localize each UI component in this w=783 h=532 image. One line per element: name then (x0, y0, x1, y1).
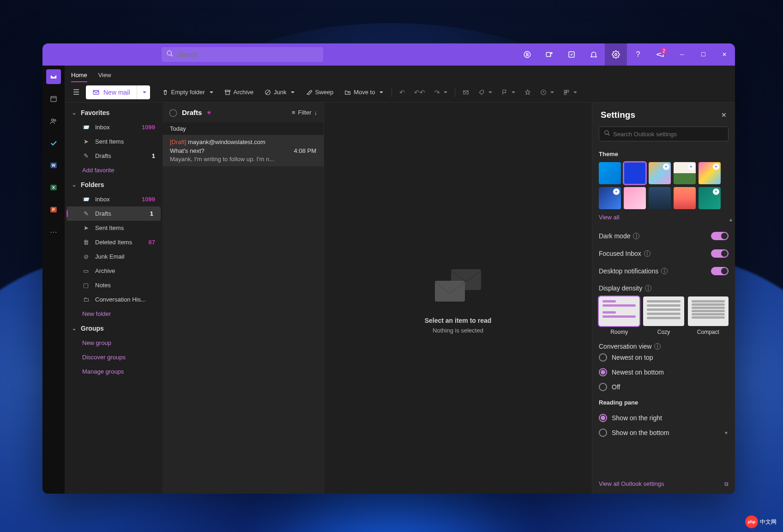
rp-bottom[interactable]: Show on the bottom▼ (599, 425, 729, 440)
skype-icon[interactable] (516, 43, 538, 66)
folder-archive[interactable]: ▭Archive (65, 264, 163, 278)
new-mail-dropdown[interactable] (137, 85, 150, 99)
folders-header[interactable]: ⌄Folders (65, 177, 163, 192)
theme-4[interactable]: ✦ (699, 162, 721, 184)
rail-powerpoint-icon[interactable]: P (46, 202, 61, 217)
open-external-icon[interactable]: ⧉ (724, 481, 729, 487)
theme-5[interactable]: ✦ (599, 187, 621, 209)
flag-icon[interactable] (498, 86, 519, 98)
theme-1[interactable] (624, 162, 646, 184)
reply-all-icon[interactable]: ↶↶ (410, 86, 429, 99)
discover-groups-link[interactable]: Discover groups (65, 350, 163, 364)
desktop-notif-toggle[interactable] (711, 267, 729, 275)
folder-drafts[interactable]: ✎Drafts1 (66, 206, 161, 221)
new-group-link[interactable]: New group (65, 336, 163, 350)
conv-newest-top[interactable]: Newest on top (599, 350, 729, 365)
minimize-button[interactable]: ─ (671, 43, 693, 66)
archive-button[interactable]: Archive (220, 86, 258, 98)
readpane-title: Select an item to read (425, 317, 492, 324)
search-input[interactable] (177, 51, 319, 58)
svg-point-6 (615, 54, 617, 56)
rail-word-icon[interactable]: W (46, 158, 61, 173)
undo-icon[interactable]: ↶ (396, 86, 409, 99)
folder-sent-fav[interactable]: ➤Sent Items (65, 134, 163, 149)
density-cozy[interactable]: Cozy (643, 296, 684, 335)
read-unread-icon[interactable] (459, 86, 473, 98)
info-icon[interactable]: i (633, 233, 639, 239)
conv-off[interactable]: Off (599, 380, 729, 394)
rail-todo-icon[interactable] (46, 136, 61, 151)
groups-header[interactable]: ⌄Groups (65, 321, 163, 336)
teams-icon[interactable] (538, 43, 560, 66)
move-to-button[interactable]: Move to (340, 86, 388, 98)
theme-2[interactable]: ✦ (649, 162, 671, 184)
favorite-star-icon[interactable]: ★ (206, 109, 212, 116)
new-mail-button[interactable]: New mail (86, 85, 137, 99)
rail-more-icon[interactable]: ⋯ (46, 224, 61, 239)
help-icon[interactable]: ? (627, 43, 649, 66)
rail-calendar-icon[interactable] (46, 91, 61, 106)
info-icon[interactable]: i (661, 268, 668, 274)
add-favorite-link[interactable]: Add favorite (65, 163, 163, 177)
view-all-themes-link[interactable]: View all (599, 214, 620, 221)
conv-newest-bottom[interactable]: Newest on bottom (599, 365, 729, 380)
filter-button[interactable]: ≡ Filter ↓ (292, 109, 317, 116)
tab-view[interactable]: View (98, 72, 111, 82)
density-roomy[interactable]: Roomy (599, 296, 639, 335)
theme-0[interactable] (599, 162, 621, 184)
folder-notes[interactable]: ▢Notes (65, 278, 163, 292)
favorites-header[interactable]: ⌄Favorites (65, 105, 163, 120)
svg-line-1 (171, 54, 173, 56)
folder-sent[interactable]: ➤Sent Items (65, 221, 163, 235)
rp-right[interactable]: Show on the right (599, 411, 729, 425)
info-icon[interactable]: i (644, 250, 650, 257)
settings-icon[interactable] (605, 43, 627, 66)
message-item[interactable]: [Draft] mayank@windowslatest.com What's … (163, 135, 324, 166)
empty-folder-button[interactable]: Empty folder (157, 86, 218, 98)
manage-groups-link[interactable]: Manage groups (65, 364, 163, 379)
hamburger-icon[interactable]: ☰ (68, 85, 84, 99)
settings-search-box[interactable] (599, 127, 729, 141)
tab-home[interactable]: Home (71, 72, 87, 82)
search-box[interactable] (162, 47, 323, 62)
more-actions-icon[interactable] (560, 86, 581, 98)
pin-icon[interactable] (521, 86, 535, 98)
whatsnew-icon[interactable]: 2 (649, 43, 671, 66)
density-compact[interactable]: Compact (688, 296, 729, 335)
notifications-icon[interactable] (583, 43, 605, 66)
info-icon[interactable]: i (654, 343, 661, 350)
focused-inbox-toggle[interactable] (711, 249, 729, 258)
dark-mode-toggle[interactable] (711, 232, 729, 240)
close-button[interactable]: ✕ (714, 43, 735, 66)
maximize-button[interactable]: ☐ (693, 43, 714, 66)
sweep-button[interactable]: Sweep (301, 86, 338, 98)
theme-9[interactable]: ✦ (699, 187, 721, 209)
folder-drafts-fav[interactable]: ✎Drafts1 (65, 149, 163, 163)
theme-8[interactable] (674, 187, 696, 209)
chevron-down-icon[interactable]: ▼ (724, 430, 729, 435)
settings-close-icon[interactable]: ✕ (721, 111, 727, 119)
theme-3[interactable]: ✦ (674, 162, 696, 184)
rail-excel-icon[interactable]: X (46, 180, 61, 195)
folder-conversation-history[interactable]: 🗀Conversation His... (65, 292, 163, 307)
theme-7[interactable] (649, 187, 671, 209)
folder-junk[interactable]: ⊘Junk Email (65, 249, 163, 264)
folder-inbox[interactable]: 📨Inbox1099 (65, 192, 163, 206)
rail-people-icon[interactable] (46, 114, 61, 128)
folder-inbox-fav[interactable]: 📨Inbox1099 (65, 120, 163, 134)
categorize-icon[interactable] (475, 86, 496, 98)
rail-mail-icon[interactable] (46, 69, 61, 84)
msg-address: mayank@windowslatest.com (188, 139, 265, 145)
snooze-icon[interactable] (536, 86, 558, 98)
info-icon[interactable]: i (645, 285, 651, 291)
forward-icon[interactable]: ↷ (431, 86, 451, 99)
todo-icon[interactable] (560, 43, 583, 66)
junk-button[interactable]: Junk (260, 86, 299, 98)
theme-6[interactable] (624, 187, 646, 209)
folder-deleted[interactable]: 🗑Deleted Items87 (65, 235, 163, 249)
new-folder-link[interactable]: New folder (65, 307, 163, 321)
settings-search-input[interactable] (613, 131, 723, 138)
view-all-settings-link[interactable]: View all Outlook settings (599, 480, 664, 487)
select-all-icon[interactable]: ◯ (169, 108, 177, 117)
scroll-up-icon[interactable]: ▲ (729, 217, 733, 222)
